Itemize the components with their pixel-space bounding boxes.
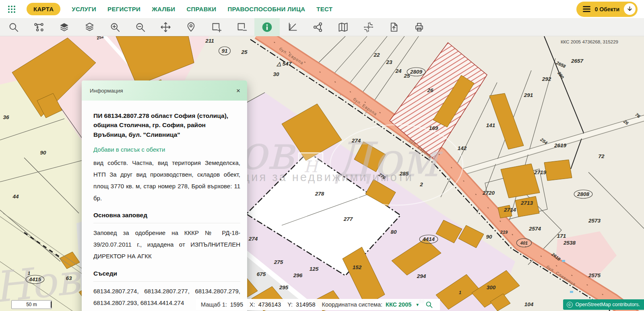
select-path-tool-button[interactable]	[26, 18, 52, 36]
export-file-icon	[388, 22, 399, 33]
svg-text:401: 401	[520, 241, 528, 245]
svg-text:90: 90	[486, 234, 492, 240]
svg-text:△ 547: △ 547	[277, 61, 292, 67]
cursor-coordinates-readout: ККС 2005 4736268, 315229	[561, 39, 618, 44]
svg-text:296: 296	[293, 272, 303, 278]
svg-text:300: 300	[487, 284, 496, 290]
svg-text:22: 22	[373, 52, 380, 58]
popup-sections: Основна заповедЗаповед за одобрение на К…	[93, 212, 240, 309]
svg-text:125: 125	[310, 266, 319, 272]
scale-value[interactable]: 1595	[230, 301, 243, 308]
scale-bar: 50 m	[11, 300, 52, 309]
pan-icon	[160, 22, 171, 33]
svg-text:219: 219	[500, 230, 508, 235]
svg-text:169: 169	[429, 125, 438, 131]
share-graph-icon	[312, 22, 323, 33]
junction-tool-button[interactable]	[356, 18, 381, 36]
svg-text:285: 285	[399, 171, 409, 177]
print-tool-button[interactable]	[407, 18, 432, 36]
map-folded-tool-button[interactable]	[330, 18, 356, 36]
main-menu: КАРТАУСЛУГИРЕГИСТРИЖАЛБИСПРАВКИПРАВОСПОС…	[27, 3, 332, 15]
print-icon	[414, 22, 425, 33]
coordinate-search-button[interactable]	[425, 301, 433, 309]
svg-text:2809: 2809	[410, 69, 423, 75]
zoom-out-icon	[135, 22, 146, 33]
layers-filled-icon	[59, 22, 70, 33]
nav-item-6[interactable]: ТЕСТ	[316, 6, 332, 12]
select-rect-add-tool-button[interactable]	[204, 18, 229, 36]
svg-text:275: 275	[274, 259, 283, 265]
junction-icon	[363, 22, 374, 33]
crs-label: Координатна система:	[322, 301, 382, 308]
hamburger-icon	[583, 6, 590, 12]
svg-text:23: 23	[386, 59, 392, 65]
svg-text:294: 294	[417, 273, 426, 279]
svg-text:211: 211	[205, 38, 214, 44]
popup-section-0: Основна заповедЗаповед за одобрение на К…	[93, 212, 240, 262]
svg-text:278: 278	[315, 191, 324, 197]
svg-text:675: 675	[257, 271, 266, 277]
nav-item-0[interactable]: КАРТА	[27, 3, 60, 15]
chevron-down-icon[interactable]: ▼	[415, 303, 419, 307]
layers-outline-icon	[84, 22, 95, 33]
svg-text:291: 291	[524, 92, 533, 98]
layers-filled-tool-button[interactable]	[52, 18, 77, 36]
layers-outline-tool-button[interactable]	[77, 18, 102, 36]
svg-text:90: 90	[40, 150, 46, 156]
select-path-icon	[33, 22, 44, 33]
search-icon	[8, 22, 19, 33]
nav-item-3[interactable]: ЖАЛБИ	[152, 6, 175, 12]
y-value: 314958	[296, 301, 315, 308]
svg-text:2538: 2538	[563, 240, 576, 246]
export-file-tool-button[interactable]	[381, 18, 407, 36]
svg-text:4414: 4414	[422, 236, 435, 242]
svg-text:1: 1	[28, 271, 30, 276]
nav-item-2[interactable]: РЕГИСТРИ	[107, 6, 140, 12]
nav-item-1[interactable]: УСЛУГИ	[72, 6, 96, 12]
osm-attribution[interactable]: © OpenStreetMap contributors.	[563, 299, 644, 310]
select-rect-remove-tool-button[interactable]	[229, 18, 254, 36]
map-canvas[interactable]: Нов Дом Н агенция за недвижими имоти Нов…	[0, 36, 644, 311]
measure-corner-tool-button[interactable]	[280, 18, 305, 36]
nav-item-4[interactable]: СПРАВКИ	[186, 6, 216, 12]
osm-text: OpenStreetMap contributors.	[576, 302, 640, 307]
svg-text:171: 171	[557, 233, 566, 239]
measure-corner-icon	[287, 22, 298, 33]
zoom-out-tool-button[interactable]	[128, 18, 153, 36]
svg-text:142: 142	[458, 145, 467, 151]
info-popup-header: Информация ×	[82, 80, 247, 101]
svg-text:44: 44	[12, 194, 19, 200]
crs-select[interactable]: ККС 2005	[386, 301, 411, 308]
info-popup-body: ПИ 68134.2807.278 област София (столица)…	[82, 101, 247, 311]
svg-text:2714: 2714	[504, 207, 516, 213]
search-tool-button[interactable]	[1, 18, 26, 36]
svg-text:4415: 4415	[29, 276, 41, 282]
svg-text:292: 292	[542, 76, 551, 82]
svg-text:36: 36	[3, 114, 9, 120]
close-icon[interactable]: ×	[236, 87, 240, 94]
svg-text:2575: 2575	[588, 272, 601, 278]
svg-text:91: 91	[221, 48, 227, 54]
svg-text:25: 25	[241, 49, 248, 55]
pan-tool-button[interactable]	[153, 18, 178, 36]
location-icon	[186, 22, 196, 33]
svg-text:104: 104	[524, 301, 534, 307]
download-objects-button[interactable]	[624, 3, 636, 15]
popup-section-title: Съседи	[93, 270, 240, 282]
objects-count-label: 0 Обекти	[595, 6, 619, 12]
share-graph-tool-button[interactable]	[305, 18, 330, 36]
app-window: КАРТАУСЛУГИРЕГИСТРИЖАЛБИСПРАВКИПРАВОСПОС…	[0, 0, 644, 311]
svg-text:80: 80	[390, 229, 397, 235]
svg-text:274: 274	[351, 138, 361, 144]
location-tool-button[interactable]	[178, 18, 204, 36]
svg-text:72: 72	[598, 153, 605, 159]
apps-grid-icon[interactable]	[7, 5, 16, 14]
zoom-in-tool-button[interactable]	[102, 18, 128, 36]
objects-menu-button[interactable]: 0 Обекти	[576, 2, 638, 17]
parcel-heading: ПИ 68134.2807.278 област София (столица)…	[93, 111, 240, 139]
info-popup: Информация × ПИ 68134.2807.278 област Со…	[82, 80, 247, 311]
info-tool-button[interactable]	[254, 18, 280, 36]
add-to-objects-link[interactable]: Добави в списък с обекти	[93, 146, 165, 153]
svg-text:1: 1	[459, 290, 461, 295]
nav-item-5[interactable]: ПРАВОСПОСОБНИ ЛИЦА	[227, 6, 305, 12]
